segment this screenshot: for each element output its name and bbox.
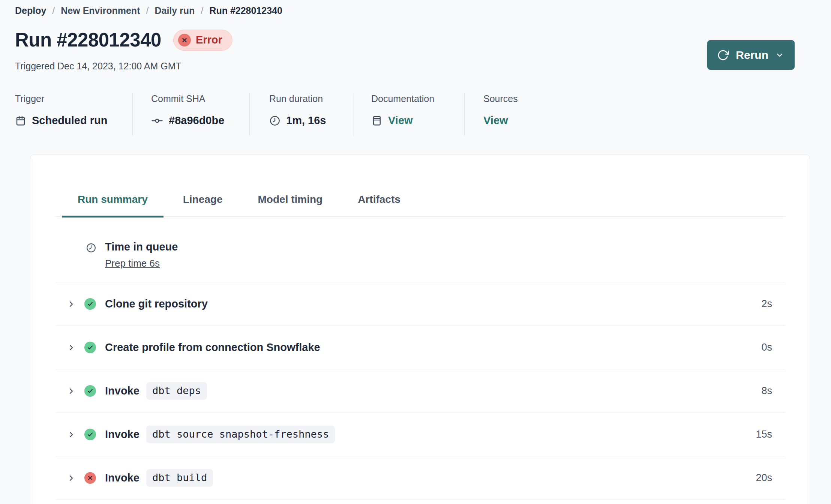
error-icon — [178, 34, 191, 46]
step-label: Invoke — [105, 385, 140, 397]
meta-documentation: Documentation View — [354, 93, 464, 136]
meta-label: Trigger — [15, 93, 132, 104]
step-row-clone-git[interactable]: Clone git repository 2s — [56, 282, 785, 326]
step-duration: 0s — [761, 342, 785, 353]
meta-label: Commit SHA — [151, 93, 249, 104]
tab-model-timing[interactable]: Model timing — [242, 190, 339, 218]
breadcrumb-separator: / — [201, 5, 203, 16]
status-badge: Error — [173, 30, 232, 51]
time-in-queue-title: Time in queue — [105, 241, 178, 253]
success-icon — [84, 342, 96, 353]
meta-run-duration: Run duration 1m, 16s — [249, 93, 354, 136]
meta-sources: Sources View — [464, 93, 518, 136]
meta-trigger: Trigger Scheduled run — [15, 93, 132, 136]
book-icon — [371, 115, 382, 126]
meta-value-text: #8a96d0be — [169, 114, 224, 127]
prep-time-link[interactable]: Prep time 6s — [105, 258, 160, 269]
step-label: Clone git repository — [105, 298, 208, 310]
breadcrumb-run: Run #228012340 — [209, 5, 282, 16]
chevron-right-icon[interactable] — [67, 430, 76, 439]
breadcrumb-job[interactable]: Daily run — [154, 5, 195, 16]
calendar-icon — [15, 115, 26, 126]
refresh-icon — [717, 49, 729, 61]
step-row-dbt-build[interactable]: Invoke dbt build 20s — [56, 456, 785, 500]
chevron-right-icon[interactable] — [67, 387, 76, 396]
step-duration: 2s — [761, 298, 785, 310]
documentation-view-link[interactable]: View — [388, 114, 413, 127]
error-icon — [84, 472, 96, 484]
success-icon — [84, 429, 96, 440]
chevron-right-icon[interactable] — [67, 474, 76, 483]
meta-value-text: 1m, 16s — [286, 114, 326, 127]
step-command-chip: dbt build — [146, 469, 213, 487]
meta-label: Documentation — [371, 93, 464, 104]
breadcrumb-separator: / — [52, 5, 55, 16]
run-metadata: Trigger Scheduled run Commit SHA #8a96d0… — [15, 93, 831, 136]
step-row-create-profile[interactable]: Create profile from connection Snowflake… — [56, 326, 785, 369]
step-label: Invoke — [105, 472, 140, 484]
run-detail-page: Deploy / New Environment / Daily run / R… — [0, 0, 831, 504]
chevron-right-icon[interactable] — [67, 343, 76, 352]
time-in-queue-section: Time in queue Prep time 6s — [56, 217, 785, 282]
breadcrumb-deploy[interactable]: Deploy — [15, 5, 46, 16]
meta-label: Sources — [483, 93, 518, 104]
chevron-right-icon[interactable] — [67, 300, 76, 309]
step-duration: 15s — [756, 429, 785, 440]
step-label: Create profile from connection Snowflake — [105, 341, 320, 354]
rerun-button-label: Rerun — [736, 49, 768, 62]
step-duration: 20s — [756, 472, 785, 484]
breadcrumb-environment[interactable]: New Environment — [61, 5, 140, 16]
step-row-dbt-source-freshness[interactable]: Invoke dbt source snapshot-freshness 15s — [56, 412, 785, 456]
step-command-chip: dbt source snapshot-freshness — [146, 426, 335, 443]
meta-commit-sha: Commit SHA #8a96d0be — [132, 93, 249, 136]
tab-bar: Run summary Lineage Model timing Artifac… — [56, 190, 785, 217]
step-row-dbt-deps[interactable]: Invoke dbt deps 8s — [56, 369, 785, 412]
rerun-button[interactable]: Rerun — [707, 40, 795, 70]
success-icon — [84, 298, 96, 310]
breadcrumb: Deploy / New Environment / Daily run / R… — [15, 5, 831, 16]
next-row-divider — [56, 500, 785, 504]
step-duration: 8s — [761, 385, 785, 397]
meta-label: Run duration — [269, 93, 354, 104]
clock-icon — [269, 115, 280, 126]
tab-lineage[interactable]: Lineage — [167, 190, 238, 218]
status-badge-label: Error — [196, 34, 222, 46]
chevron-down-icon[interactable] — [775, 51, 784, 60]
sources-view-link[interactable]: View — [483, 114, 508, 127]
run-summary-card: Run summary Lineage Model timing Artifac… — [30, 154, 810, 504]
step-label: Invoke — [105, 428, 140, 441]
page-title: Run #228012340 — [15, 29, 161, 51]
breadcrumb-separator: / — [146, 5, 148, 16]
tab-run-summary[interactable]: Run summary — [62, 190, 164, 218]
commit-icon — [151, 115, 163, 127]
step-command-chip: dbt deps — [146, 382, 207, 400]
tab-artifacts[interactable]: Artifacts — [342, 190, 416, 218]
success-icon — [84, 385, 96, 397]
meta-value-text: Scheduled run — [32, 114, 107, 127]
clock-icon — [86, 241, 96, 269]
